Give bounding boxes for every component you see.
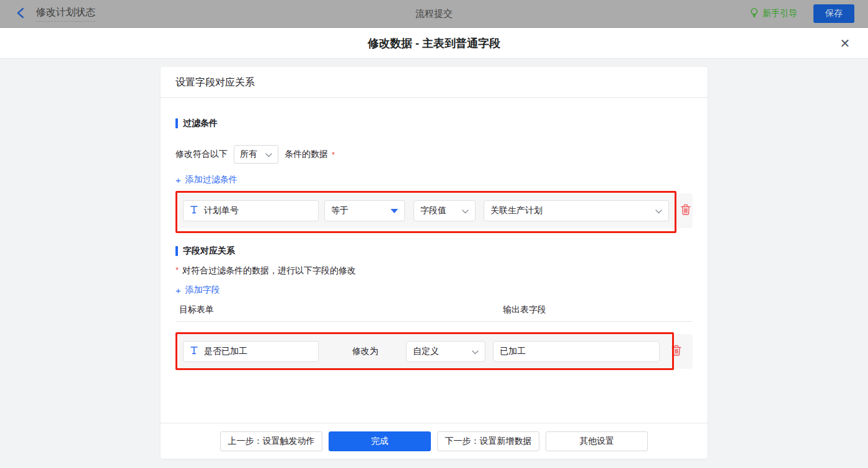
modify-method-select[interactable]: 自定义 [406,341,485,362]
match-mode-select[interactable]: 所有 [234,145,278,164]
filter-section-title: 过滤条件 [175,118,693,129]
operator-select[interactable]: 等于 [324,200,405,221]
workflow-node-title[interactable]: 修改计划状态 [36,6,95,22]
mapping-section-title: 字段对应关系 [175,245,693,257]
trash-icon [671,345,682,358]
mapping-column-headers: 目标表单 输出表字段 [175,304,693,322]
chevron-down-icon [655,206,662,216]
chevron-down-icon [472,347,479,356]
close-icon[interactable]: ✕ [837,35,853,51]
add-filter-condition-link[interactable]: + 添加过滤条件 [175,174,237,185]
modify-method-value: 自定义 [413,346,439,357]
save-button[interactable]: 保存 [813,4,854,23]
delete-filter-row-button[interactable] [679,204,693,218]
top-bar: 修改计划状态 流程提交 新手引导 保存 [0,0,868,28]
add-filter-condition-label: 添加过滤条件 [185,174,237,185]
custom-value-input[interactable]: 已加工 [493,341,660,362]
plus-icon: + [175,175,181,185]
chevron-down-icon [462,206,469,216]
filter-field-input[interactable]: 计划单号 [183,200,319,221]
modal-title: 修改数据 - 主表到普通字段 [368,36,500,51]
section-accent-bar [175,118,178,128]
filter-field-value: 计划单号 [204,205,239,216]
match-mode-value: 所有 [240,149,257,160]
text-field-icon [190,346,198,357]
output-field-column-header: 输出表字段 [503,304,546,316]
lightbulb-icon [750,7,759,20]
panel-header-title: 设置字段对应关系 [161,67,707,98]
field-mapping-panel: 设置字段对应关系 过滤条件 修改符合以下 所有 条件的数据 * + [161,67,707,459]
match-suffix-text: 条件的数据 [285,149,328,160]
next-step-button[interactable]: 下一步：设置新增数据 [437,431,539,451]
beginner-guide-button[interactable]: 新手引导 [750,7,797,20]
target-form-column-header: 目标表单 [179,304,214,316]
target-field-value: 是否已加工 [204,346,247,357]
chevron-left-icon [16,7,25,20]
section-accent-bar [175,246,178,256]
filter-condition-row: 计划单号 等于 字段值 关联生产计划 [178,193,693,228]
required-mark: * [175,265,179,275]
target-field-input[interactable]: 是否已加工 [183,341,319,362]
modal-body: 设置字段对应关系 过滤条件 修改符合以下 所有 条件的数据 * + [0,59,868,468]
top-bar-right: 新手引导 保存 [750,4,854,23]
add-field-link[interactable]: + 添加字段 [175,285,220,296]
add-field-label: 添加字段 [185,285,220,296]
page-title: 流程提交 [0,8,868,20]
chevron-down-icon [265,149,272,159]
top-bar-left: 修改计划状态 [14,6,95,22]
required-mark: * [332,150,335,159]
modal-header: 修改数据 - 主表到普通字段 ✕ [0,28,868,59]
done-button[interactable]: 完成 [329,431,431,451]
delete-mapping-row-button[interactable] [670,345,683,358]
trash-icon [680,204,691,218]
value-type-select[interactable]: 字段值 [414,200,476,221]
other-settings-button[interactable]: 其他设置 [546,431,648,451]
text-field-icon [190,205,198,216]
filter-section-label: 过滤条件 [183,118,218,129]
compare-value: 关联生产计划 [490,205,542,216]
filter-match-line: 修改符合以下 所有 条件的数据 * [175,145,693,164]
caret-down-icon [391,209,398,213]
value-type-value: 字段值 [420,205,446,216]
beginner-guide-label: 新手引导 [763,8,797,19]
match-prefix-text: 修改符合以下 [175,149,228,160]
back-button[interactable] [14,7,27,20]
mapping-description-text: 对符合过滤条件的数据，进行以下字段的修改 [182,265,356,276]
custom-value: 已加工 [500,346,526,357]
panel-spacer [161,369,707,423]
mapping-row: 是否已加工 修改为 自定义 已加工 [178,334,693,369]
operator-value: 等于 [331,205,348,216]
compare-value-select[interactable]: 关联生产计划 [484,200,669,221]
modify-to-label: 修改为 [352,346,378,357]
panel-content: 过滤条件 修改符合以下 所有 条件的数据 * + 添加过滤条件 [161,98,707,369]
filter-row-wrap: 计划单号 等于 字段值 关联生产计划 [178,193,693,228]
panel-footer: 上一步：设置触发动作 完成 下一步：设置新增数据 其他设置 [161,423,707,459]
mapping-description-line: * 对符合过滤条件的数据，进行以下字段的修改 [175,265,693,276]
mapping-section-label: 字段对应关系 [183,245,235,257]
plus-icon: + [175,285,181,296]
prev-step-button[interactable]: 上一步：设置触发动作 [220,431,322,451]
mapping-row-wrap: 是否已加工 修改为 自定义 已加工 [178,334,693,369]
